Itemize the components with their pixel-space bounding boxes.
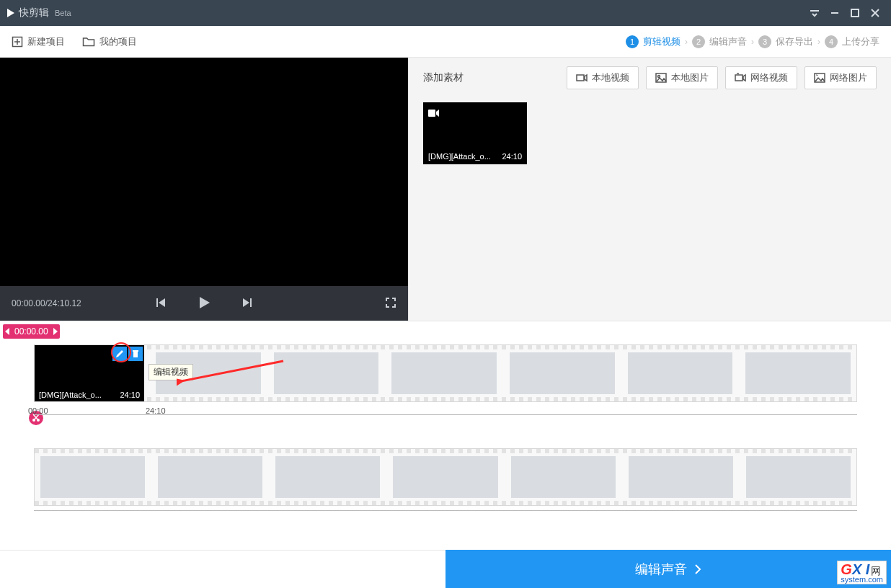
svg-rect-26 xyxy=(133,350,138,352)
step-edit-audio[interactable]: 2编辑声音 xyxy=(692,35,747,48)
new-project-label: 新建项目 xyxy=(27,35,65,48)
player-controls: 00:00.00/24:10.12 xyxy=(0,286,408,321)
chevron-right-icon: › xyxy=(685,37,688,47)
clip-duration: 24:10 xyxy=(120,391,140,399)
time-axis: 00:00 24:10 xyxy=(34,405,857,415)
net-image-button[interactable]: 网络图片 xyxy=(804,66,877,89)
my-projects-label: 我的项目 xyxy=(99,35,137,48)
empty-slot[interactable] xyxy=(511,456,616,498)
net-video-button[interactable]: 网络视频 xyxy=(725,66,797,89)
svg-marker-23 xyxy=(5,328,9,335)
next-button[interactable] xyxy=(241,297,253,311)
asset-card[interactable]: [DMG][Attack_o... 24:10 xyxy=(423,102,527,164)
svg-marker-22 xyxy=(436,110,439,117)
main-row: 00:00.00/24:10.12 添加素材 本地视频 本地图片 网络视频 网络… xyxy=(0,58,891,321)
toolbar: 新建项目 我的项目 1剪辑视频 › 2编辑声音 › 3保存导出 › 4上传分享 xyxy=(0,26,891,58)
timeline: 00:00.00 [DMG][Attack_o... 24:10 编辑视频 00… xyxy=(0,321,891,511)
empty-slot[interactable] xyxy=(158,456,262,498)
local-video-button[interactable]: 本地视频 xyxy=(567,66,639,89)
empty-slot[interactable] xyxy=(274,352,379,394)
svg-rect-14 xyxy=(577,75,584,81)
timeline-clip[interactable]: [DMG][Attack_o... 24:10 xyxy=(35,345,144,401)
local-image-button[interactable]: 本地图片 xyxy=(646,66,718,89)
empty-slot[interactable] xyxy=(628,352,733,394)
empty-slot[interactable] xyxy=(510,352,615,394)
step-save-export[interactable]: 3保存导出 xyxy=(758,35,813,48)
empty-slot[interactable] xyxy=(393,456,497,498)
audio-track[interactable] xyxy=(34,448,857,506)
minimize-button[interactable] xyxy=(825,3,845,23)
empty-slot[interactable] xyxy=(746,456,851,498)
maximize-button[interactable] xyxy=(845,3,865,23)
svg-marker-11 xyxy=(200,297,210,308)
playhead-flag[interactable]: 00:00.00 xyxy=(3,324,60,339)
play-button[interactable] xyxy=(197,295,211,312)
playhead-time: 00:00.00 xyxy=(13,326,50,337)
empty-slot[interactable] xyxy=(391,352,497,394)
svg-rect-3 xyxy=(851,9,859,17)
empty-slot[interactable] xyxy=(629,456,733,498)
asset-name: [DMG][Attack_o... xyxy=(428,152,491,161)
svg-rect-25 xyxy=(133,352,138,357)
svg-marker-12 xyxy=(243,298,249,307)
new-project-button[interactable]: 新建项目 xyxy=(12,35,65,48)
chevron-right-icon: › xyxy=(817,37,820,47)
bottom-bar: 编辑声音 xyxy=(0,550,891,588)
asset-duration: 24:10 xyxy=(502,152,522,161)
assets-panel: 添加素材 本地视频 本地图片 网络视频 网络图片 [DMG][Attack_o.… xyxy=(408,58,891,321)
asset-grid: [DMG][Attack_o... 24:10 xyxy=(409,98,891,169)
step-upload-share[interactable]: 4上传分享 xyxy=(825,35,879,48)
svg-marker-10 xyxy=(159,298,165,307)
workflow-steps: 1剪辑视频 › 2编辑声音 › 3保存导出 › 4上传分享 xyxy=(626,35,879,48)
assets-header: 添加素材 本地视频 本地图片 网络视频 网络图片 xyxy=(409,58,891,98)
svg-rect-9 xyxy=(156,298,158,307)
svg-marker-15 xyxy=(585,75,587,81)
watermark: GX I网 system.com xyxy=(837,561,887,584)
empty-slot[interactable] xyxy=(40,456,145,498)
prev-button[interactable] xyxy=(155,297,167,311)
app-name: 快剪辑 xyxy=(19,6,49,19)
close-button[interactable] xyxy=(865,3,885,23)
arrow-left-icon[interactable] xyxy=(3,328,13,335)
clip-name: [DMG][Attack_o... xyxy=(39,391,102,399)
svg-marker-24 xyxy=(53,328,58,335)
my-projects-button[interactable]: 我的项目 xyxy=(82,35,137,48)
delete-clip-button[interactable] xyxy=(128,347,143,361)
edit-clip-button[interactable] xyxy=(112,347,127,361)
empty-slot[interactable] xyxy=(745,352,851,394)
player-time: 00:00.00/24:10.12 xyxy=(12,298,81,308)
beta-label: Beta xyxy=(55,9,71,17)
app-logo: 快剪辑 Beta xyxy=(6,6,71,19)
step-edit-video[interactable]: 1剪辑视频 xyxy=(626,35,681,48)
axis-mark: 24:10 xyxy=(146,406,166,415)
video-track[interactable]: [DMG][Attack_o... 24:10 编辑视频 xyxy=(34,344,857,402)
edit-tooltip: 编辑视频 xyxy=(148,364,193,380)
assets-title: 添加素材 xyxy=(423,71,464,84)
video-icon xyxy=(428,107,440,120)
svg-rect-18 xyxy=(735,75,742,81)
svg-marker-0 xyxy=(7,9,14,17)
fullscreen-button[interactable] xyxy=(385,297,396,311)
svg-marker-19 xyxy=(743,75,745,81)
next-step-button[interactable]: 编辑声音 xyxy=(446,550,891,588)
axis-start: 00:00 xyxy=(28,406,48,415)
svg-rect-13 xyxy=(250,298,252,307)
titlebar: 快剪辑 Beta xyxy=(0,0,891,26)
bottom-blank xyxy=(0,550,446,588)
empty-slot[interactable] xyxy=(275,456,380,498)
arrow-right-icon[interactable] xyxy=(50,328,60,335)
menu-dropdown-icon[interactable] xyxy=(804,3,825,23)
chevron-right-icon: › xyxy=(751,37,754,47)
svg-rect-21 xyxy=(428,110,435,117)
video-preview[interactable]: 00:00.00/24:10.12 xyxy=(0,58,408,321)
next-step-label: 编辑声音 xyxy=(635,561,687,578)
